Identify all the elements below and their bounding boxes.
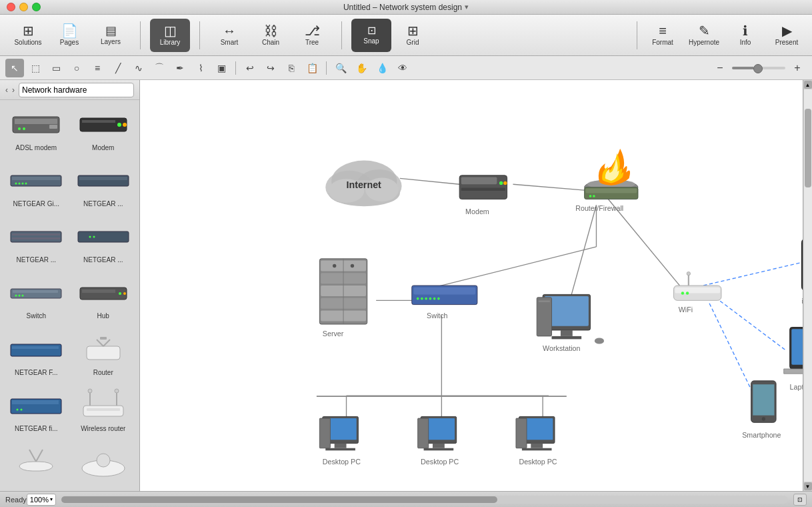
- zoom-control[interactable]: 100% ▾: [27, 494, 56, 506]
- eye-tool[interactable]: 👁: [393, 59, 412, 77]
- svg-rect-10: [12, 177, 60, 180]
- svg-line-48: [29, 450, 36, 462]
- svg-text:Modem: Modem: [465, 207, 489, 215]
- shape-netgear-f-label: NETGEAR F...: [15, 369, 57, 376]
- zoom-in-button[interactable]: +: [788, 59, 807, 77]
- shape-netgear-f[interactable]: NETGEAR F...: [5, 330, 67, 381]
- panel-nav-fwd[interactable]: ›: [12, 85, 15, 95]
- search-tool[interactable]: 🔍: [331, 59, 350, 77]
- panel-nav-back[interactable]: ‹: [5, 85, 8, 95]
- text-tool[interactable]: ≡: [88, 59, 107, 77]
- shape-hub[interactable]: Hub: [73, 274, 135, 324]
- shape-wifi-ap-img: [9, 445, 63, 478]
- smart-button[interactable]: ↔ Smart: [209, 19, 249, 52]
- svg-point-97: [333, 264, 336, 268]
- toolbar-group-snap: ⊡ Snap ⊞ Grid: [349, 19, 435, 52]
- svg-point-46: [115, 389, 119, 393]
- hypernote-button[interactable]: ✎ Hypernote: [684, 19, 724, 52]
- svg-rect-138: [325, 448, 355, 451]
- arc-tool[interactable]: ⌒: [150, 59, 169, 77]
- svg-text:Smartphone: Smartphone: [742, 431, 781, 439]
- line-tool[interactable]: ╱: [109, 59, 127, 77]
- mask-tool[interactable]: ▣: [212, 59, 231, 77]
- shape-wifi-ap[interactable]: [5, 442, 67, 486]
- circle-tool[interactable]: ○: [67, 59, 86, 77]
- library-button[interactable]: ◫ Library: [150, 19, 190, 52]
- solutions-button[interactable]: ⊞ Solutions: [8, 19, 48, 52]
- hypernote-label: Hypernote: [689, 39, 719, 46]
- svg-point-14: [25, 183, 27, 185]
- snap-button[interactable]: ⊡ Snap: [351, 19, 391, 52]
- shape-switch-panel[interactable]: Switch: [5, 274, 67, 324]
- svg-rect-18: [12, 233, 60, 235]
- undo-tool[interactable]: ↩: [241, 59, 259, 77]
- close-button[interactable]: [7, 3, 15, 11]
- maximize-button[interactable]: [32, 3, 41, 11]
- shape-wireless-router[interactable]: Wireless router: [73, 386, 135, 437]
- pen-tool[interactable]: ✒: [171, 59, 189, 77]
- horizontal-scrollbar[interactable]: [61, 496, 788, 504]
- info-icon: ℹ: [743, 24, 748, 37]
- frame-tool[interactable]: ⬚: [26, 59, 45, 77]
- layers-button[interactable]: ▤ Layers: [91, 19, 131, 52]
- bezier-tool[interactable]: ⌇: [191, 59, 210, 77]
- zoom-slider[interactable]: [732, 67, 785, 69]
- eyedrop-tool[interactable]: 💧: [373, 59, 391, 77]
- shape-netgear-fi-img: [9, 389, 63, 422]
- shape-netgear-3[interactable]: NETGEAR ...: [73, 217, 135, 268]
- shape-adsl-modem[interactable]: ADSL modem: [5, 105, 67, 156]
- svg-rect-20: [78, 231, 129, 242]
- fit-page-button[interactable]: ⊡: [793, 494, 807, 506]
- rectangle-tool[interactable]: ▭: [47, 59, 65, 77]
- redo-tool[interactable]: ↪: [261, 59, 280, 77]
- info-button[interactable]: ℹ Info: [725, 19, 765, 52]
- title-dropdown[interactable]: ▾: [465, 3, 469, 11]
- svg-text:Laptop Computer: Laptop Computer: [790, 383, 803, 391]
- format-button[interactable]: ≡ Format: [643, 19, 683, 52]
- pan-tool[interactable]: ✋: [352, 59, 371, 77]
- shape-netgear-2[interactable]: NETGEAR ...: [5, 217, 67, 268]
- paste-tool[interactable]: 📋: [303, 59, 321, 77]
- scroll-up-button[interactable]: ▲: [804, 81, 812, 89]
- zoom-out-button[interactable]: −: [711, 59, 729, 77]
- shape-netgear-1[interactable]: NETGEAR ...: [73, 161, 135, 212]
- shape-router-panel[interactable]: Router: [73, 330, 135, 381]
- curve-tool[interactable]: ∿: [129, 59, 148, 77]
- svg-point-133: [762, 417, 765, 420]
- pages-button[interactable]: 📄 Pages: [49, 19, 89, 52]
- horizontal-scrollbar-thumb[interactable]: [61, 496, 497, 503]
- scrollbar-thumb[interactable]: [805, 109, 811, 187]
- chain-button[interactable]: ⛓ Chain: [251, 19, 291, 52]
- svg-rect-1: [15, 119, 57, 124]
- scroll-down-button[interactable]: ▼: [804, 482, 812, 490]
- tree-button[interactable]: ⎇ Tree: [292, 19, 332, 52]
- right-scrollbar[interactable]: ▲ ▼: [803, 80, 812, 491]
- shape-netgear-gi[interactable]: NETGEAR Gi...: [5, 161, 67, 212]
- canvas-area[interactable]: Internet Modem: [140, 80, 803, 491]
- svg-rect-78: [461, 177, 497, 185]
- present-button[interactable]: ▶ Present: [767, 19, 807, 52]
- minimize-button[interactable]: [19, 3, 28, 11]
- svg-point-22: [93, 236, 95, 238]
- svg-point-119: [681, 292, 684, 294]
- svg-point-87: [589, 195, 592, 197]
- shape-hub2[interactable]: [73, 442, 135, 486]
- format-icon: ≡: [659, 24, 667, 37]
- zoom-dropdown-arrow[interactable]: ▾: [50, 496, 53, 502]
- pages-label: Pages: [60, 39, 79, 46]
- svg-point-88: [593, 195, 595, 197]
- shape-modem[interactable]: Modem: [73, 105, 135, 156]
- status-left: Ready: [5, 496, 27, 504]
- tree-icon: ⎇: [305, 24, 320, 37]
- shape-netgear-fi[interactable]: NETGEAR fi...: [5, 386, 67, 437]
- select-tool[interactable]: ↖: [5, 59, 24, 77]
- shape-adsl-modem-label: ADSL modem: [15, 144, 57, 151]
- shape-hub-label: Hub: [97, 312, 109, 320]
- panel-category-dropdown[interactable]: Network hardware Network symbols Cisco: [19, 83, 134, 97]
- grid-button[interactable]: ⊞ Grid: [393, 19, 433, 52]
- svg-point-40: [17, 408, 19, 410]
- copy-tool[interactable]: ⎘: [282, 59, 301, 77]
- svg-point-45: [88, 389, 92, 393]
- statusbar: Ready 100% ▾ ⊡: [0, 491, 812, 507]
- svg-point-25: [15, 295, 17, 297]
